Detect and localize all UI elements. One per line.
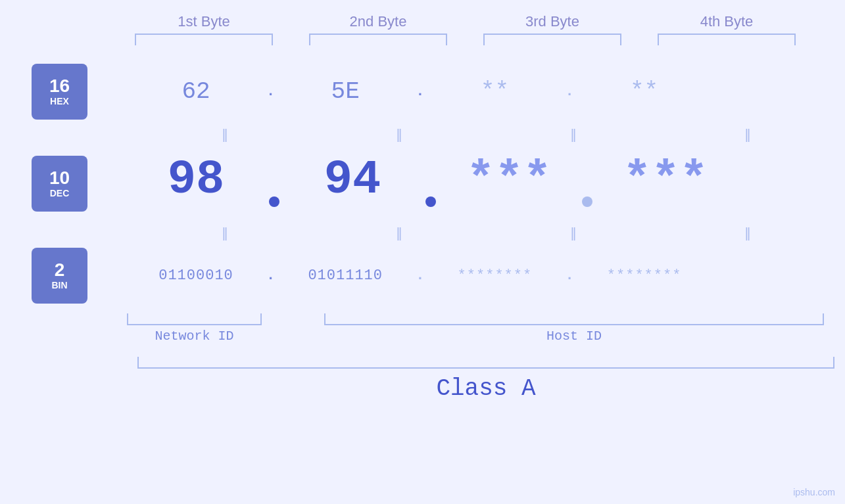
- hex-b1: 62: [127, 78, 265, 105]
- hex-row: 16 HEX 62 . 5E . ** . **: [0, 58, 845, 124]
- hex-badge: 16 HEX: [32, 64, 87, 120]
- eq2: ‖: [330, 126, 468, 142]
- bottom-brackets: [127, 313, 824, 325]
- top-brackets: [117, 34, 814, 45]
- dec-b3: ***: [440, 153, 578, 207]
- watermark: ipshu.com: [793, 487, 835, 497]
- dec-b2: 94: [283, 153, 422, 207]
- dec-row: 10 DEC 98 94 *** ***: [0, 144, 845, 223]
- bin-b2: 01011110: [276, 267, 414, 284]
- eq5: ‖: [156, 225, 294, 241]
- eq6: ‖: [330, 225, 468, 241]
- main-container: 1st Byte 2nd Byte 3rd Byte 4th Byte 16 H…: [0, 0, 845, 504]
- host-bracket: [324, 313, 824, 325]
- bin-b3: ********: [425, 267, 564, 284]
- bin-base-label: BIN: [51, 280, 67, 290]
- bin-sep3: .: [565, 267, 573, 284]
- hex-sep2: .: [416, 83, 424, 100]
- dec-base-number: 10: [49, 168, 70, 189]
- byte-headers: 1st Byte 2nd Byte 3rd Byte 4th Byte: [117, 13, 814, 30]
- eq8: ‖: [679, 225, 817, 241]
- dec-b1: 98: [127, 153, 265, 207]
- hex-b2: 5E: [276, 78, 414, 105]
- bin-b1: 01100010: [127, 267, 265, 284]
- dec-equals-row: ‖ ‖ ‖ ‖: [137, 223, 834, 242]
- bin-b4: ********: [575, 267, 713, 284]
- class-bracket: [137, 357, 834, 369]
- eq1: ‖: [156, 126, 294, 142]
- eq3: ‖: [504, 126, 642, 142]
- hex-base-number: 16: [49, 76, 70, 97]
- class-row: Class A: [137, 357, 834, 402]
- network-bracket: [127, 313, 262, 325]
- hex-sep3: .: [565, 83, 573, 100]
- bin-sep2: .: [416, 267, 424, 284]
- dec-sep2: [425, 196, 436, 207]
- bin-base-number: 2: [55, 260, 65, 281]
- dec-values: 98 94 *** ***: [127, 153, 845, 214]
- id-labels: Network ID Host ID: [127, 329, 824, 344]
- hex-b4: **: [575, 78, 713, 105]
- bottom-section: Network ID Host ID: [0, 313, 845, 344]
- bracket-b1: [135, 34, 273, 45]
- dec-base-label: DEC: [50, 188, 70, 198]
- eq7: ‖: [504, 225, 642, 241]
- network-id-label: Network ID: [127, 329, 262, 344]
- hex-equals-row: ‖ ‖ ‖ ‖: [137, 124, 834, 144]
- byte4-header: 4th Byte: [658, 13, 796, 30]
- bracket-b3: [483, 34, 621, 45]
- bin-sep1: .: [266, 267, 275, 284]
- byte3-header: 3rd Byte: [483, 13, 621, 30]
- hex-base-label: HEX: [50, 96, 69, 106]
- bin-values: 01100010 . 01011110 . ******** . *******…: [127, 267, 845, 284]
- dec-badge: 10 DEC: [32, 156, 87, 212]
- byte1-header: 1st Byte: [135, 13, 273, 30]
- bin-row: 2 BIN 01100010 . 01011110 . ******** . *…: [0, 242, 845, 308]
- bracket-b4: [658, 34, 796, 45]
- dec-sep3: [582, 196, 592, 207]
- eq4: ‖: [679, 126, 817, 142]
- dec-sep1: [269, 196, 279, 207]
- hex-values: 62 . 5E . ** . **: [127, 78, 845, 105]
- class-label: Class A: [137, 375, 834, 402]
- host-id-label: Host ID: [324, 329, 824, 344]
- bracket-b2: [309, 34, 447, 45]
- hex-b3: **: [425, 78, 564, 105]
- dec-b4: ***: [596, 153, 735, 207]
- hex-sep1: .: [266, 83, 275, 100]
- bin-badge: 2 BIN: [32, 248, 87, 304]
- byte2-header: 2nd Byte: [309, 13, 447, 30]
